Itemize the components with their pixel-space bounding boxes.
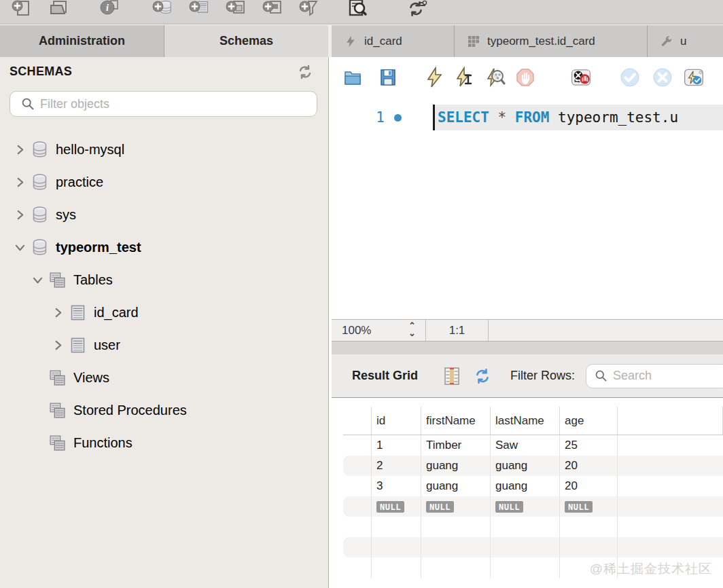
database-icon <box>29 206 50 224</box>
filter-objects-input[interactable] <box>40 97 310 111</box>
open-folder-icon[interactable] <box>45 0 72 22</box>
column-header-spacer <box>618 407 723 435</box>
mysql-workbench-window: i Administration Schemas <box>0 0 723 588</box>
editor-empty-space[interactable] <box>332 140 723 319</box>
database-icon <box>29 141 50 159</box>
editor-tab-label: typeorm_test.id_card <box>487 35 595 48</box>
table-row-new[interactable]: NULL NULL NULL NULL <box>343 496 723 517</box>
sidebar-title: SCHEMAS <box>10 65 72 79</box>
table-row[interactable]: 1 Timber Saw 25 <box>343 435 723 456</box>
execute-icon[interactable] <box>424 67 444 88</box>
schema-tree: hello-mysql practice sys typeorm_test Ta <box>0 133 328 459</box>
chevron-right-icon[interactable] <box>49 340 67 350</box>
schemas-sidebar: SCHEMAS hello-mysql practice <box>0 57 329 588</box>
table-icon <box>67 304 88 322</box>
tree-node-tables[interactable]: Tables <box>0 263 328 296</box>
sql-keyword-from: FROM <box>506 109 558 126</box>
table-row[interactable]: 2 guang guang 20 <box>343 456 723 476</box>
open-file-icon[interactable] <box>342 67 363 88</box>
table-icon <box>67 336 88 354</box>
editor-tab-typeorm-test-id-card[interactable]: typeorm_test.id_card <box>455 25 648 57</box>
execute-statement-icon[interactable] <box>454 67 474 88</box>
row-selector[interactable] <box>343 476 372 496</box>
watermark-text: @稀土掘金技术社区 <box>590 560 712 578</box>
create-view-icon[interactable] <box>222 0 249 22</box>
column-header-age[interactable]: age <box>560 407 618 435</box>
chevron-right-icon[interactable] <box>11 210 29 220</box>
tables-folder-icon <box>46 271 68 289</box>
functions-folder-icon <box>46 434 68 452</box>
search-icon <box>595 369 607 382</box>
refresh-schemas-icon[interactable] <box>297 64 313 80</box>
search-document-icon[interactable] <box>343 0 370 22</box>
tree-node-views[interactable]: Views <box>0 361 328 394</box>
row-selector[interactable] <box>343 496 372 517</box>
statement-marker-dot <box>394 114 402 122</box>
editor-tab-id-card[interactable]: id_card <box>332 25 455 57</box>
autocommit-toggle-icon[interactable] <box>684 67 708 88</box>
sidebar-header: SCHEMAS <box>0 57 328 87</box>
tab-administration-label: Administration <box>39 34 125 48</box>
table-row-empty <box>343 537 723 557</box>
create-function-icon[interactable] <box>295 0 322 22</box>
zoom-stepper-icon[interactable]: ⌃⌄ <box>408 322 416 337</box>
table-row-empty <box>343 517 723 537</box>
sql-statement[interactable]: SELECT * FROM typeorm_test.u <box>438 105 678 130</box>
explain-plan-icon[interactable] <box>485 67 506 88</box>
table-row[interactable]: 3 guang guang 20 <box>343 476 723 496</box>
commit-icon[interactable] <box>620 67 640 88</box>
sql-keyword-select: SELECT <box>438 109 498 126</box>
tree-node-stored-procedures[interactable]: Stored Procedures <box>0 394 328 426</box>
info-document-icon[interactable]: i <box>95 0 122 22</box>
sql-code-area[interactable]: 1 SELECT * FROM typeorm_test.u <box>332 100 723 140</box>
chevron-right-icon[interactable] <box>11 177 29 187</box>
rollback-icon[interactable] <box>652 67 673 88</box>
row-selector[interactable] <box>343 456 372 476</box>
null-badge: NULL <box>376 501 404 513</box>
table-node-id-card[interactable]: id_card <box>0 296 328 329</box>
tab-administration[interactable]: Administration <box>0 25 164 57</box>
chevron-down-icon[interactable] <box>11 242 29 253</box>
stop-on-error-toggle-icon[interactable] <box>571 67 597 88</box>
sql-editor-panel: 1 SELECT * FROM typeorm_test.u 100% ⌃⌄ 1… <box>332 57 723 588</box>
create-table-icon[interactable] <box>185 0 212 22</box>
null-badge: NULL <box>426 501 454 513</box>
tools-refresh-icon[interactable] <box>402 0 429 22</box>
new-document-icon[interactable] <box>7 0 34 22</box>
refresh-results-icon[interactable] <box>474 367 491 385</box>
schema-node-sys[interactable]: sys <box>0 198 328 231</box>
schema-node-typeorm-test[interactable]: typeorm_test <box>0 231 328 263</box>
row-selector[interactable] <box>343 435 372 456</box>
chevron-down-icon[interactable] <box>29 275 46 285</box>
grid-column-icon[interactable] <box>444 367 460 386</box>
status-bar-spacer <box>489 320 723 341</box>
stop-icon[interactable] <box>515 67 535 88</box>
tree-node-functions[interactable]: Functions <box>0 426 328 459</box>
database-icon <box>29 238 50 257</box>
chevron-right-icon[interactable] <box>49 308 67 318</box>
result-search-input[interactable] <box>613 369 723 383</box>
zoom-control[interactable]: 100% ⌃⌄ <box>332 320 426 341</box>
null-badge: NULL <box>495 501 523 513</box>
sql-star: * <box>498 109 507 126</box>
main-toolbar: i <box>0 0 723 24</box>
procedures-folder-icon <box>46 401 68 420</box>
table-node-user[interactable]: user <box>0 329 328 361</box>
text-caret <box>433 105 435 130</box>
editor-tab-user[interactable]: u <box>648 25 723 57</box>
create-procedure-icon[interactable] <box>258 0 285 22</box>
tab-schemas[interactable]: Schemas <box>164 25 328 57</box>
column-header-id[interactable]: id <box>372 407 421 435</box>
editor-tab-bar: id_card typeorm_test.id_card u <box>332 25 723 57</box>
horizontal-splitter[interactable] <box>332 342 723 354</box>
create-schema-icon[interactable] <box>148 0 175 22</box>
column-header-lastname[interactable]: lastName <box>491 407 560 435</box>
chevron-right-icon[interactable] <box>11 145 29 155</box>
schema-node-hello-mysql[interactable]: hello-mysql <box>0 133 328 166</box>
row-selector-header[interactable] <box>343 407 372 435</box>
result-grid-title: Result Grid <box>352 369 418 383</box>
column-header-firstname[interactable]: firstName <box>421 407 491 435</box>
table-grid-icon <box>467 35 480 48</box>
schema-node-practice[interactable]: practice <box>0 166 328 198</box>
save-icon[interactable] <box>378 67 398 88</box>
